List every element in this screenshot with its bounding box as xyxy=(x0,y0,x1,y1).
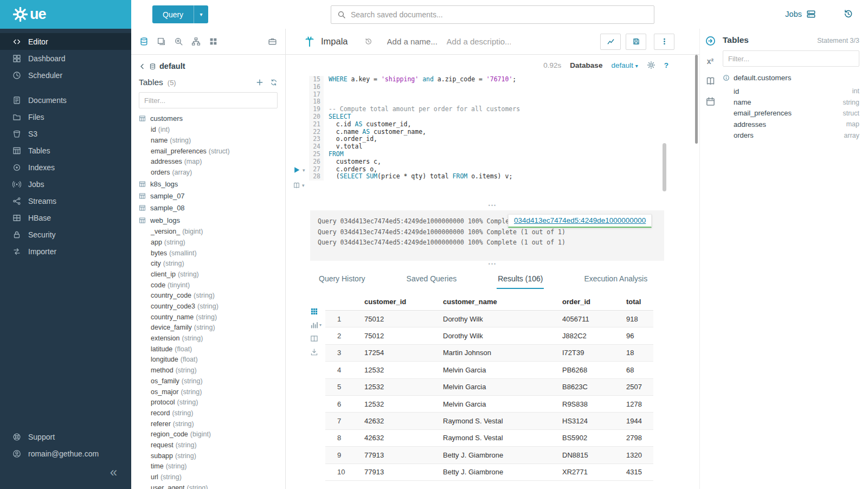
table-row[interactable]: 175012Dorothy Wilk4056711918 xyxy=(325,311,653,327)
more-actions-button[interactable] xyxy=(654,34,674,50)
assist-column-city[interactable]: city(string) xyxy=(139,258,278,269)
hdfs-source-icon[interactable] xyxy=(191,37,201,46)
assist-column-method[interactable]: method(string) xyxy=(139,365,278,376)
breadcrumb-database-name[interactable]: default xyxy=(159,62,185,70)
functions-icon[interactable]: x² xyxy=(707,57,713,66)
assist-column-id[interactable]: id(int) xyxy=(139,124,278,135)
chevron-left-icon[interactable] xyxy=(139,63,146,70)
assist-column-email-preferences[interactable]: email_preferences(struct) xyxy=(139,146,278,157)
assist-column-country-name[interactable]: country_name(string) xyxy=(139,312,278,323)
right-column-email-preferences[interactable]: email_preferencesstruct xyxy=(734,108,859,119)
editor-log-resize-handle[interactable]: ••• xyxy=(286,204,699,209)
assist-table-web-logs[interactable]: web_logs xyxy=(139,214,278,226)
query-id-tooltip[interactable]: 034d413ec7474ed5:4249de1000000000 xyxy=(508,214,652,228)
assist-column-user-agent[interactable]: user_agent(string) xyxy=(139,482,278,489)
table-row[interactable]: 317254Martin JohnsonI72T3918 xyxy=(325,344,653,361)
assist-column-os-major[interactable]: os_major(string) xyxy=(139,387,278,397)
assist-column-addresses[interactable]: addresses(map) xyxy=(139,156,278,167)
code-text[interactable]: FROM xyxy=(324,151,344,158)
assist-table-k8s-logs[interactable]: k8s_logs xyxy=(139,178,278,190)
quick-actions-icon[interactable] xyxy=(705,35,716,47)
search-input[interactable] xyxy=(351,10,648,19)
code-editor[interactable]: 15WHERE a.key = 'shipping' and a.zip_cod… xyxy=(309,76,666,181)
right-filter-input[interactable] xyxy=(723,50,859,67)
assist-column-bytes[interactable]: bytes(smallint) xyxy=(139,248,278,259)
sidebar-collapse-button[interactable]: « xyxy=(0,462,131,482)
job-browser-icon[interactable] xyxy=(268,37,277,46)
code-text[interactable] xyxy=(324,83,332,91)
results-col-order-id[interactable]: order_id xyxy=(557,293,621,311)
log-results-resize-handle[interactable]: ••• xyxy=(286,262,699,267)
results-col-customer-name[interactable]: customer_name xyxy=(438,293,557,311)
code-text[interactable]: SELECT xyxy=(324,113,351,121)
database-selector[interactable]: default ▾ xyxy=(611,61,638,69)
sidebar-item-documents[interactable]: Documents xyxy=(0,92,131,108)
sidebar-item-hbase[interactable]: HBase xyxy=(0,209,131,226)
assist-column-record[interactable]: record(string) xyxy=(139,408,278,419)
assist-column-version[interactable]: _version_(bigint) xyxy=(139,226,278,237)
editor-options-button[interactable]: ▾ xyxy=(293,182,305,189)
add-table-icon[interactable] xyxy=(256,79,263,86)
tab-results-106[interactable]: Results (106) xyxy=(497,271,544,289)
assist-column-url[interactable]: url(string) xyxy=(139,472,278,482)
new-query-button[interactable]: Query ▾ xyxy=(152,5,208,23)
sidebar-item-s3[interactable]: S3 xyxy=(0,125,131,142)
sidebar-item-tables[interactable]: Tables xyxy=(0,142,131,159)
query-type-dropdown[interactable]: ▾ xyxy=(194,5,208,23)
apps-source-icon[interactable] xyxy=(209,37,218,46)
query-description-input[interactable] xyxy=(447,37,511,46)
tab-saved-queries[interactable]: Saved Queries xyxy=(406,271,458,289)
sidebar-item-jobs[interactable]: Jobs xyxy=(0,176,131,192)
grid-view-icon[interactable] xyxy=(310,307,318,316)
query-name-input[interactable] xyxy=(387,37,442,46)
code-text[interactable]: customers c, xyxy=(324,158,381,166)
sidebar-item-importer[interactable]: Importer xyxy=(0,243,131,260)
editor-settings-gear-icon[interactable] xyxy=(647,61,655,69)
hue-logo[interactable]: ue xyxy=(0,0,131,29)
right-column-id[interactable]: idint xyxy=(734,86,859,96)
sidebar-item-indexes[interactable]: Indexes xyxy=(0,159,131,176)
assist-column-orders[interactable]: orders(array) xyxy=(139,167,278,178)
assist-column-code[interactable]: code(tinyint) xyxy=(139,280,278,291)
code-text[interactable] xyxy=(324,91,332,99)
assist-column-os-family[interactable]: os_family(string) xyxy=(139,376,278,387)
sidebar-item-support[interactable]: Support xyxy=(0,428,131,445)
sidebar-item-editor[interactable]: Editor xyxy=(0,33,131,50)
assist-column-region-code[interactable]: region_code(bigint) xyxy=(139,429,278,440)
jobs-link[interactable]: Jobs xyxy=(785,9,816,19)
main-scrollbar-thumb[interactable] xyxy=(695,55,698,144)
solr-source-icon[interactable] xyxy=(174,37,183,46)
documents-source-icon[interactable] xyxy=(157,37,166,46)
table-row[interactable]: 1077913Betty J. GiambroneXR27714315 xyxy=(325,464,653,480)
results-col-customer-id[interactable]: customer_id xyxy=(359,293,438,311)
chart-view-icon[interactable] xyxy=(310,321,318,329)
right-column-addresses[interactable]: addressesmap xyxy=(734,119,859,130)
right-column-name[interactable]: namestring xyxy=(734,96,859,107)
assist-table-sample-08[interactable]: sample_08 xyxy=(139,202,278,214)
code-text[interactable]: c.orders o, xyxy=(324,166,377,173)
right-column-orders[interactable]: ordersarray xyxy=(734,130,859,141)
table-row[interactable]: 412532Melvin GarciaPB626868 xyxy=(325,362,653,378)
results-col-total[interactable]: total xyxy=(621,293,653,311)
sidebar-item-scheduler[interactable]: Scheduler xyxy=(0,67,131,83)
table-row[interactable]: 612532Melvin GarciaR9S8381278 xyxy=(325,395,653,412)
table-row[interactable]: 512532Melvin GarciaB8623C2507 xyxy=(325,378,653,395)
editor-scrollbar-thumb[interactable] xyxy=(663,143,666,191)
sidebar-item-dashboard[interactable]: Dashboard xyxy=(0,50,131,67)
chart-settings-button[interactable] xyxy=(600,34,621,50)
execute-query-button[interactable]: ▾ xyxy=(293,166,305,174)
info-icon[interactable] xyxy=(723,74,730,81)
schedule-icon[interactable] xyxy=(705,96,716,107)
help-icon[interactable]: ? xyxy=(664,61,668,69)
sidebar-item-files[interactable]: Files xyxy=(0,108,131,125)
table-row[interactable]: 977913Betty J. GiambroneDN88151320 xyxy=(325,447,653,464)
new-query-label[interactable]: Query xyxy=(152,5,194,23)
tab-query-history[interactable]: Query History xyxy=(318,271,367,289)
save-query-button[interactable] xyxy=(626,34,646,50)
table-row[interactable]: 842632Raymond S. VestalBS59022798 xyxy=(325,429,653,446)
sidebar-item-security[interactable]: Security xyxy=(0,226,131,243)
language-reference-icon[interactable] xyxy=(705,76,716,86)
code-text[interactable]: c.id AS customer_id, xyxy=(324,121,411,128)
execute-options-caret-icon[interactable]: ▾ xyxy=(303,168,305,173)
assist-column-device-family[interactable]: device_family(string) xyxy=(139,323,278,333)
